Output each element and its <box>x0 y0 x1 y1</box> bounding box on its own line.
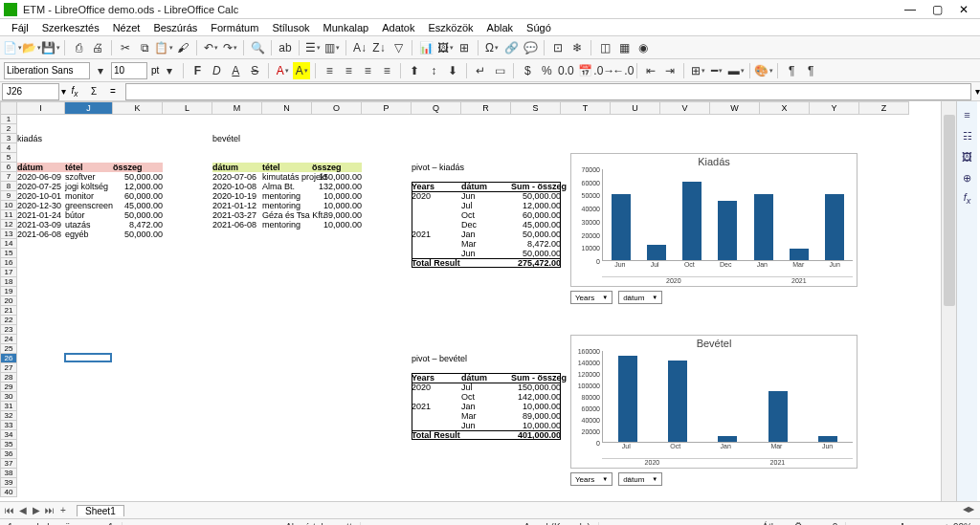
cell[interactable]: 142,000.00 <box>511 392 561 402</box>
vertical-scrollbar[interactable] <box>941 101 956 501</box>
cell[interactable]: 2021-03-09 <box>17 220 61 230</box>
horizontal-scrollbar[interactable]: ◀▶ <box>124 505 980 516</box>
menu-stílusok[interactable]: Stílusok <box>266 22 315 33</box>
cell[interactable]: 2021 <box>412 230 461 239</box>
underline-icon[interactable]: A <box>227 62 244 79</box>
cell[interactable]: mentoring <box>262 191 301 201</box>
menu-súgó[interactable]: Súgó <box>521 22 557 33</box>
column-headers[interactable]: IJKLMNOPQRSTUVWXYZ <box>17 101 909 115</box>
undo-icon[interactable]: ↶ <box>202 39 219 56</box>
equals-icon[interactable]: = <box>104 83 122 100</box>
col-header[interactable]: R <box>461 101 511 115</box>
cell[interactable]: dátum <box>17 163 65 172</box>
minimize-button[interactable]: — <box>898 1 923 18</box>
row-header[interactable]: 8 <box>0 182 17 191</box>
select-all-corner[interactable] <box>0 101 17 115</box>
row-header[interactable]: 38 <box>0 469 17 478</box>
row-header[interactable]: 30 <box>0 392 17 402</box>
sidebar-properties-icon[interactable]: ≡ <box>960 107 975 122</box>
fx-icon[interactable]: fx <box>66 83 83 100</box>
menu-fájl[interactable]: Fájl <box>6 22 34 33</box>
cell[interactable]: 12,000.00 <box>511 201 561 210</box>
col-header[interactable]: W <box>710 101 760 115</box>
cell[interactable]: 2021 <box>412 402 461 411</box>
ltr-icon[interactable]: ¶ <box>802 62 819 79</box>
row-header[interactable]: 6 <box>0 163 17 172</box>
cell[interactable]: 45,000.00 <box>511 220 561 230</box>
cell[interactable]: 275,472.00 <box>511 258 561 268</box>
menu-szerkesztés[interactable]: Szerkesztés <box>36 22 105 33</box>
tab-add-icon[interactable]: + <box>57 505 69 515</box>
cell[interactable]: Years <box>412 182 461 191</box>
cell[interactable]: 89,000.00 <box>511 411 561 421</box>
cell[interactable]: Total Result <box>412 430 511 440</box>
cell[interactable]: Jul <box>461 383 511 392</box>
row-header[interactable]: 29 <box>0 383 17 392</box>
chart[interactable]: Bevétel020000400006000080000100000120000… <box>570 335 858 469</box>
menu-beszúrás[interactable]: Beszúrás <box>147 22 203 33</box>
border-style-icon[interactable]: ━ <box>708 62 725 79</box>
cell[interactable]: dátum <box>461 182 511 191</box>
cell[interactable]: 2020-07-25 <box>17 182 61 191</box>
col-header[interactable]: Z <box>859 101 909 115</box>
strikethrough-icon[interactable]: S <box>246 62 263 79</box>
col-header[interactable]: Y <box>810 101 859 115</box>
new-icon[interactable]: 📄 <box>4 39 21 56</box>
cut-icon[interactable]: ✂ <box>117 39 134 56</box>
cell[interactable]: mentoring <box>262 220 301 230</box>
cell[interactable]: monitor <box>65 191 94 201</box>
row-header[interactable]: 17 <box>0 268 17 277</box>
col-icon[interactable]: ▥ <box>323 39 341 56</box>
chart-icon[interactable]: 📊 <box>417 39 434 56</box>
cell[interactable]: Oct <box>461 210 511 220</box>
cell[interactable]: 2020-07-06 <box>212 172 256 182</box>
open-icon[interactable]: 📂 <box>23 39 40 56</box>
cell[interactable]: utazás <box>65 220 91 230</box>
cell[interactable]: dátum <box>212 163 262 172</box>
cell[interactable]: 2020-10-01 <box>17 191 61 201</box>
border-icon[interactable]: ⊞ <box>689 62 706 79</box>
font-size-input[interactable] <box>111 62 147 79</box>
formula-expand-icon[interactable]: ▾ <box>975 86 980 97</box>
cell[interactable]: tétel <box>262 163 312 172</box>
chart-filter[interactable]: dátum <box>618 291 662 304</box>
paste-icon[interactable]: 📋 <box>155 39 172 56</box>
chart-filter[interactable]: dátum <box>618 472 662 486</box>
col-header[interactable]: L <box>163 101 212 115</box>
col-header[interactable]: O <box>312 101 362 115</box>
cell[interactable]: 2020-12-30 <box>17 201 61 210</box>
tab-last-icon[interactable]: ⏭ <box>44 505 56 515</box>
row-header[interactable]: 40 <box>0 488 17 497</box>
row-header[interactable]: 11 <box>0 210 17 220</box>
row-header[interactable]: 36 <box>0 449 17 459</box>
highlight-icon[interactable]: A <box>293 62 310 79</box>
save-icon[interactable]: 💾 <box>42 39 59 56</box>
row-header[interactable]: 2 <box>0 124 17 134</box>
hyperlink-icon[interactable]: 🔗 <box>502 39 520 56</box>
row-header[interactable]: 3 <box>0 134 17 143</box>
cell-reference-input[interactable] <box>2 83 59 100</box>
cell[interactable]: Mar <box>461 411 511 421</box>
cond-format-icon[interactable]: ¶ <box>783 62 800 79</box>
row-header[interactable]: 32 <box>0 411 17 421</box>
cell[interactable]: 10,000.00 <box>511 421 561 430</box>
row-header[interactable]: 21 <box>0 306 17 316</box>
font-color-icon[interactable]: A <box>274 62 291 79</box>
font-size-dd-icon[interactable]: ▾ <box>161 62 178 79</box>
dec-dec-icon[interactable]: ←.0 <box>614 62 632 79</box>
cell[interactable]: 401,000.00 <box>511 430 561 440</box>
row-header[interactable]: 15 <box>0 249 17 258</box>
cell[interactable]: 2020 <box>412 383 461 392</box>
cell[interactable]: 50,000.00 <box>113 230 163 239</box>
dec-inc-icon[interactable]: .0→ <box>595 62 612 79</box>
cell[interactable]: 50,000.00 <box>511 230 561 239</box>
print-icon[interactable]: 🖨 <box>89 39 106 56</box>
cell[interactable]: 45,000.00 <box>113 201 163 210</box>
sidebar-styles-icon[interactable]: ☷ <box>960 128 975 143</box>
row-header[interactable]: 39 <box>0 478 17 488</box>
cell[interactable]: dátum <box>461 373 511 383</box>
align-center-icon[interactable]: ≡ <box>340 62 357 79</box>
cell[interactable]: bútor <box>65 210 85 220</box>
percent-icon[interactable]: % <box>538 62 555 79</box>
cell[interactable]: Years <box>412 373 461 383</box>
